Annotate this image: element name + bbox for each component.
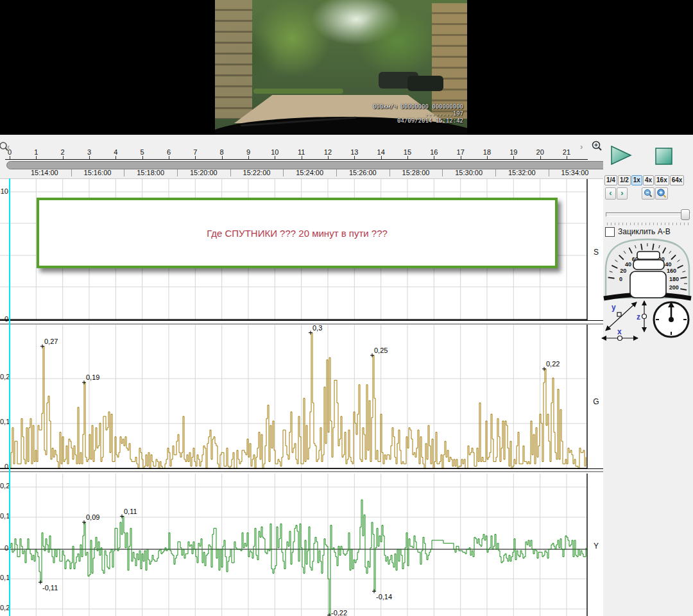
zoom-in-lens-icon <box>656 188 667 199</box>
timestamp-label: 15:30:00 <box>447 169 492 176</box>
ruler-number: 7 <box>187 148 203 156</box>
ruler-number: 13 <box>346 148 362 156</box>
scroll-right-icon[interactable]: › <box>580 142 583 151</box>
ruler-number: 9 <box>241 148 256 156</box>
peak-label: -0,11 <box>42 584 58 592</box>
play-button[interactable] <box>610 146 633 166</box>
gauge-label: 0 <box>619 276 622 282</box>
video-car <box>407 76 443 91</box>
panel-separator <box>0 320 605 321</box>
timeline[interactable]: ‹ › 0123456789101112131415161718192021 1… <box>0 135 603 178</box>
speed-button-1/2[interactable]: 1/2 <box>618 175 631 185</box>
step-back-button[interactable]: ‹ <box>605 187 616 200</box>
ruler-number: 16 <box>426 148 441 156</box>
speed-button-4x[interactable]: 4x <box>643 175 654 185</box>
ruler-number: 1 <box>28 148 44 156</box>
peak-label: 0,22 <box>546 360 560 368</box>
timestamp-label: 15:20:00 <box>181 169 226 176</box>
ruler-number: 15 <box>400 148 415 156</box>
gforce-panel[interactable]: 0,270,190,30,250,22 <box>0 325 603 469</box>
timestamp-label: 15:16:00 <box>75 169 120 176</box>
timestamp-separator <box>71 169 72 176</box>
axis-value-label: 0,2 <box>0 482 8 490</box>
axis-value-label: 0 <box>0 544 8 552</box>
timestamp-separator <box>230 169 231 176</box>
timestamp-separator <box>495 169 496 176</box>
speed-button-16x[interactable]: 16x <box>654 175 669 185</box>
app-window: 000км/ч 00000000 000000000 ........197 0… <box>0 0 693 616</box>
y-axis-marker <box>617 312 621 316</box>
timestamp-separator <box>549 169 549 176</box>
timestamp-label: 15:26:00 <box>340 169 385 176</box>
channel-label-y: Y <box>590 542 603 551</box>
zoom-out-button[interactable] <box>642 187 654 200</box>
axis-value-label: 0,2 <box>0 604 8 612</box>
speed-button-1x[interactable]: 1x <box>631 175 642 185</box>
video-building-right <box>432 3 467 119</box>
peak-label: 0,3 <box>312 325 322 332</box>
ruler-number: 18 <box>479 148 495 156</box>
timestamp-separator <box>124 169 124 176</box>
clock-hub <box>669 317 674 322</box>
ruler-number: 17 <box>453 148 468 156</box>
z-axis-label: z <box>637 312 640 321</box>
y-axis-label: y <box>612 303 616 312</box>
axes-widget: y z x <box>599 297 653 345</box>
yaxis-panel[interactable]: -0,110,090,11-0,22-0,14 <box>0 474 603 616</box>
timestamp-separator <box>283 169 284 176</box>
zoom-in-icon[interactable] <box>591 140 603 152</box>
timestamp-label: 15:18:00 <box>128 169 173 176</box>
stop-button[interactable] <box>654 147 675 166</box>
ruler-baseline <box>5 159 588 160</box>
timestamp-separator <box>336 169 337 176</box>
peak-label: 0,11 <box>124 508 137 515</box>
control-sidebar: 1/41/21x4x16x64x ‹ › <box>603 135 693 616</box>
axis-value-label: 0 <box>0 315 8 323</box>
osd-speed-line: 000км/ч 00000000 000000000 <box>373 103 463 110</box>
video-foliage <box>356 6 440 77</box>
gauge-display-medium <box>633 260 664 270</box>
ruler-number: 3 <box>81 148 97 156</box>
timestamp-separator <box>442 169 443 176</box>
ruler-number: 4 <box>108 148 123 156</box>
ruler-number: 21 <box>559 148 574 156</box>
video-hedge <box>253 89 343 94</box>
ruler-number: 2 <box>55 148 71 156</box>
axis-value-label: 10 <box>0 187 8 195</box>
ruler-number: 5 <box>135 148 150 156</box>
step-forward-button[interactable]: › <box>617 187 628 200</box>
timestamp-label: 15:28:00 <box>393 169 438 176</box>
speed-button-64x[interactable]: 64x <box>670 175 685 185</box>
playhead-cursor[interactable] <box>9 178 10 616</box>
ab-range-slider[interactable] <box>606 212 690 217</box>
no-satellites-message: Где СПУТНИКИ ??? 20 минут в пути ??? <box>207 228 388 239</box>
ruler-number: 12 <box>320 148 336 156</box>
panel-separator <box>0 471 605 472</box>
z-axis-marker <box>642 314 647 319</box>
speed-buttons-row: 1/41/21x4x16x64x <box>604 173 685 185</box>
gauge-label: 20 <box>620 268 626 274</box>
ruler-number: 6 <box>161 148 176 156</box>
ruler-number: 19 <box>506 148 521 156</box>
ab-slider-handle[interactable] <box>681 209 690 220</box>
axis-value-label: 0,1 <box>0 512 8 520</box>
axis-value-label: 0,1 <box>0 574 8 581</box>
speed-button-1/4[interactable]: 1/4 <box>604 175 617 185</box>
gauge-label: 200 <box>669 284 679 291</box>
gauge-label: 40 <box>625 261 631 268</box>
ruler-number: 10 <box>267 148 282 156</box>
speedometer-gauge: 020406080100120140160180200 <box>603 235 693 302</box>
timestamp-separator <box>177 169 178 176</box>
zoom-in-button[interactable] <box>655 187 668 200</box>
timestamp-label: 15:34:00 <box>552 169 597 176</box>
axis-value-label: 0,2 <box>0 373 8 381</box>
ruler-number: 11 <box>294 148 309 156</box>
x-axis-label: x <box>617 327 622 336</box>
osd-datetime-line: 04/09/2014 15:12:42 <box>373 117 463 124</box>
panel-separator <box>0 468 605 469</box>
peak-label: 0,25 <box>374 346 388 354</box>
no-satellites-message-box: Где СПУТНИКИ ??? 20 минут в пути ??? <box>37 198 558 268</box>
ruler-number: 20 <box>533 148 548 156</box>
timestamp-label: 15:22:00 <box>234 169 279 176</box>
channel-label-s: S <box>590 248 603 257</box>
